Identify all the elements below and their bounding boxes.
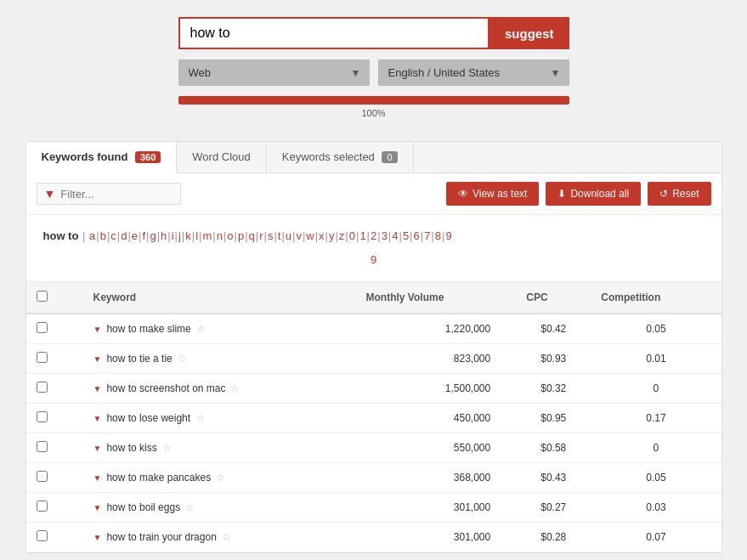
alpha-n[interactable]: n [217, 229, 223, 242]
table-row: ▼ how to train your dragon ☆ 301,000 $0.… [26, 523, 722, 552]
alpha-current[interactable]: how to [43, 229, 79, 242]
alpha-z[interactable]: z [339, 229, 345, 242]
keyword-star-7[interactable]: ☆ [222, 531, 231, 543]
alpha-g[interactable]: g [150, 229, 156, 242]
row-check-3[interactable] [37, 411, 48, 422]
row-check-4[interactable] [37, 441, 48, 452]
alpha-8[interactable]: 8 [435, 229, 441, 242]
row-check-6[interactable] [37, 501, 48, 512]
alpha-e[interactable]: e [132, 229, 138, 242]
keyword-triangle-7[interactable]: ▼ [93, 533, 102, 542]
row-check-5[interactable] [37, 471, 48, 482]
alpha-w[interactable]: w [306, 229, 314, 242]
suggest-button[interactable]: suggest [490, 17, 569, 49]
alpha-9[interactable]: 9 [445, 229, 451, 242]
alpha-q[interactable]: q [249, 229, 255, 242]
language-dropdown[interactable]: English / United States [378, 59, 569, 86]
row-checkbox-2[interactable] [26, 374, 58, 404]
table-header-row: Keyword Monthly Volume CPC Competition [26, 282, 722, 314]
type-dropdown[interactable]: Web [178, 59, 370, 86]
col-cpc[interactable]: CPC [516, 282, 591, 314]
keyword-triangle-0[interactable]: ▼ [93, 325, 102, 334]
row-competition-2: 0 [591, 374, 721, 404]
alpha-u[interactable]: u [286, 229, 291, 242]
row-checkbox-6[interactable] [26, 493, 58, 523]
alpha-4[interactable]: 4 [392, 229, 398, 242]
alpha-c[interactable]: c [110, 229, 116, 242]
download-all-button[interactable]: ⬇ Download all [546, 182, 641, 206]
alpha-o[interactable]: o [227, 229, 233, 242]
alpha-f[interactable]: f [142, 229, 145, 242]
alpha-r[interactable]: r [259, 229, 263, 242]
page-wrapper: suggest Web ▼ English / United States ▼ … [0, 0, 747, 560]
row-check-0[interactable] [37, 322, 48, 333]
row-expand-1 [58, 344, 83, 374]
alpha-1[interactable]: 1 [359, 229, 365, 242]
row-checkbox-7[interactable] [26, 523, 58, 552]
keyword-triangle-6[interactable]: ▼ [93, 503, 102, 512]
alpha-k[interactable]: k [185, 229, 191, 242]
tab-keywords-selected[interactable]: Keywords selected 0 [267, 142, 414, 173]
keyword-triangle-5[interactable]: ▼ [93, 473, 102, 483]
row-checkbox-4[interactable] [26, 433, 58, 463]
keyword-star-0[interactable]: ☆ [196, 323, 206, 335]
row-check-1[interactable] [37, 352, 48, 363]
view-as-text-button[interactable]: 👁 View as text [446, 182, 539, 206]
alpha-d[interactable]: d [121, 229, 127, 242]
alpha-i[interactable]: i [172, 229, 174, 242]
row-checkbox-3[interactable] [26, 404, 58, 433]
filter-input[interactable] [60, 188, 162, 201]
alpha-a[interactable]: a [89, 229, 95, 242]
keyword-star-2[interactable]: ☆ [230, 382, 240, 394]
keyword-text-6: how to boil eggs [106, 501, 180, 513]
keyword-triangle-3[interactable]: ▼ [93, 414, 102, 423]
search-input[interactable] [178, 17, 490, 49]
alpha-6[interactable]: 6 [414, 229, 420, 242]
progress-bar-container [178, 96, 569, 105]
alpha-l[interactable]: l [195, 229, 198, 242]
alpha-2[interactable]: 2 [371, 229, 376, 242]
reset-button[interactable]: ↺ Reset [648, 182, 710, 206]
alpha-9-center[interactable]: 9 [371, 249, 376, 271]
keyword-star-3[interactable]: ☆ [195, 412, 205, 424]
tab-keywords-found-badge: 360 [135, 151, 161, 163]
row-checkbox-0[interactable] [26, 314, 58, 344]
row-checkbox-1[interactable] [26, 344, 58, 374]
keyword-star-1[interactable]: ☆ [178, 353, 187, 365]
col-keyword[interactable]: Keyword [83, 282, 356, 314]
keyword-star-4[interactable]: ☆ [162, 442, 172, 454]
alpha-v[interactable]: v [296, 229, 302, 242]
row-expand-5 [58, 463, 83, 493]
search-row: suggest [178, 17, 569, 49]
tab-keywords-found[interactable]: Keywords found 360 [26, 142, 178, 173]
col-volume[interactable]: Monthly Volume [356, 282, 517, 314]
row-checkbox-5[interactable] [26, 463, 58, 493]
col-checkbox [26, 282, 58, 314]
keyword-triangle-4[interactable]: ▼ [93, 444, 102, 453]
col-expand [58, 282, 83, 314]
alpha-5[interactable]: 5 [403, 229, 409, 242]
alpha-h[interactable]: h [161, 229, 167, 242]
alpha-s[interactable]: s [268, 229, 274, 242]
keyword-star-6[interactable]: ☆ [185, 501, 195, 513]
alpha-t[interactable]: t [278, 229, 281, 242]
row-check-2[interactable] [37, 382, 48, 393]
keyword-triangle-2[interactable]: ▼ [93, 384, 102, 393]
keyword-triangle-1[interactable]: ▼ [93, 354, 102, 364]
alpha-x[interactable]: x [319, 229, 325, 242]
select-all-checkbox[interactable] [37, 291, 48, 302]
table-row: ▼ how to lose weight ☆ 450,000 $0.95 0.1… [26, 404, 722, 433]
alpha-7[interactable]: 7 [424, 229, 430, 242]
alpha-3[interactable]: 3 [382, 229, 388, 242]
alpha-j[interactable]: j [178, 229, 181, 242]
filter-icon: ▼ [44, 187, 56, 201]
alpha-y[interactable]: y [329, 229, 335, 242]
alpha-m[interactable]: m [202, 229, 212, 242]
row-check-7[interactable] [37, 530, 48, 541]
keyword-star-5[interactable]: ☆ [216, 472, 225, 484]
alpha-0[interactable]: 0 [349, 229, 355, 242]
tab-word-cloud[interactable]: Word Cloud [177, 142, 266, 173]
col-competition[interactable]: Competition [591, 282, 721, 314]
alpha-p[interactable]: p [238, 229, 244, 242]
alpha-b[interactable]: b [100, 229, 106, 242]
